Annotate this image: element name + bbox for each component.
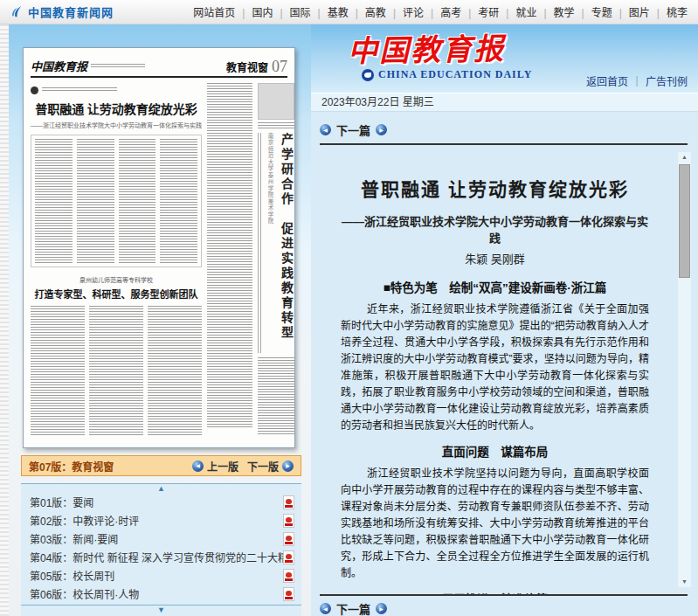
list-item-page02[interactable]: 第02版：中教评论·时评 bbox=[21, 511, 301, 529]
nav-item-kaoyan[interactable]: 考研 bbox=[461, 4, 499, 19]
page-nav-controls: 上一版 下一版 bbox=[192, 459, 294, 474]
next-page-icon[interactable] bbox=[282, 460, 294, 472]
article-subtitle: ——浙江经贸职业技术学院大中小学劳动教育一体化探索与实践 bbox=[341, 212, 649, 246]
nav-item-gaokao[interactable]: 高考 bbox=[424, 4, 461, 19]
list-item-page05[interactable]: 第05版：校长周刊 bbox=[21, 566, 301, 585]
paper-article2-title: 打造专家型、科研型、服务型创新团队 bbox=[31, 287, 202, 301]
date-bar: 2023年03月22日 星期三 bbox=[311, 93, 698, 112]
prev-page-label: 上一版 bbox=[207, 459, 238, 474]
paper-header: 中国教育报 CHINA EDUCATION DAILY 返回首页 广告刊例 bbox=[311, 24, 698, 93]
current-page-bar: 第07版：教育视窗 上一版 下一版 bbox=[21, 455, 301, 476]
article1-text-columns bbox=[31, 135, 202, 267]
text-column bbox=[207, 83, 252, 429]
page-link-label[interactable]: 第05版：校长周刊 bbox=[30, 568, 114, 583]
scrollbar-down-icon[interactable] bbox=[678, 577, 691, 587]
back-home-link[interactable]: 返回首页 bbox=[586, 73, 628, 88]
ad-rates-link[interactable]: 广告刊例 bbox=[628, 73, 688, 88]
page-link-label[interactable]: 第01版：要闻 bbox=[30, 495, 93, 509]
scrollbar-thumb[interactable] bbox=[679, 164, 690, 278]
next-article-link[interactable]: 下一篇 bbox=[336, 600, 370, 616]
paper-right-strip: 南京师范大学泰州学院美术学院 产学研合作 促进实践教育转型 bbox=[258, 83, 294, 429]
newspaper-page-preview[interactable]: 中国教育报 教育视窗 07 普职融通 让劳动教育绽放光彩 ——浙江经贸职业技术学… bbox=[23, 47, 295, 448]
nav-item-higher-edu[interactable]: 高教 bbox=[349, 4, 386, 19]
scrollbar-up-icon[interactable] bbox=[678, 152, 691, 163]
photo-caption-fake bbox=[258, 122, 294, 129]
paper-page-number: 07 bbox=[272, 59, 287, 74]
page-list-scroll-up-icon[interactable] bbox=[21, 484, 301, 493]
nav-item-taoli[interactable]: 桃李 bbox=[650, 4, 688, 19]
prev-article-icon[interactable] bbox=[320, 603, 331, 614]
paper-body: 普职融通 让劳动教育绽放光彩 ——浙江经贸职业技术学院大中小学劳动教育一体化探索… bbox=[31, 83, 287, 429]
paper-main-zone: 普职融通 让劳动教育绽放光彩 ——浙江经贸职业技术学院大中小学劳动教育一体化探索… bbox=[31, 83, 202, 429]
text-column bbox=[119, 139, 156, 263]
paper-section-label: 教育视窗 bbox=[226, 59, 268, 74]
nav-item-international[interactable]: 国际 bbox=[273, 4, 310, 19]
site-logo[interactable]: 中国教育新闻网 bbox=[10, 3, 114, 20]
divider-line bbox=[320, 594, 688, 596]
logo-english-text: CHINA EDUCATION DAILY bbox=[378, 68, 532, 81]
prev-page-button[interactable]: 上一版 bbox=[192, 459, 238, 474]
article-authors: 朱颖 吴刚群 bbox=[341, 250, 649, 266]
nav-item-pictures[interactable]: 图片 bbox=[612, 4, 650, 19]
pdf-icon[interactable] bbox=[283, 550, 294, 564]
article3-vertical-block: 南京师范大学泰州学院美术学院 产学研合作 促进实践教育转型 bbox=[258, 133, 294, 353]
paper-article1-subtitle: ——浙江经贸职业技术学院大中小学劳动教育一体化探索与实践 bbox=[31, 121, 202, 129]
prev-article-icon[interactable] bbox=[320, 124, 331, 135]
pdf-icon[interactable] bbox=[283, 514, 294, 528]
next-article-icon[interactable] bbox=[376, 124, 387, 135]
paper-masthead: 中国教育报 教育视窗 07 bbox=[31, 55, 287, 78]
top-navbar: 中国教育新闻网 网站首页 国内 国际 基教 高教 评论 高考 考研 就业 教学 … bbox=[0, 0, 698, 24]
kicker-fake-text bbox=[42, 87, 117, 93]
text-column bbox=[148, 306, 202, 437]
list-item-page06[interactable]: 第06版：校长周刊·人物 bbox=[21, 585, 301, 603]
text-column bbox=[160, 139, 197, 263]
kicker-logo-icon bbox=[31, 87, 38, 94]
pdf-icon[interactable] bbox=[283, 569, 294, 583]
paper-article3-vertical-title: 产学研合作 促进实践教育转型 bbox=[277, 133, 294, 353]
article-scrollbar[interactable] bbox=[678, 152, 691, 587]
prev-page-icon[interactable] bbox=[192, 460, 204, 472]
nav-item-comment[interactable]: 评论 bbox=[386, 4, 424, 19]
page-link-label[interactable]: 第04版：新时代 新征程 深入学习宣传贯彻党的二十大精神专刊 bbox=[30, 550, 283, 564]
pdf-icon[interactable] bbox=[283, 587, 294, 601]
next-article-icon[interactable] bbox=[376, 603, 387, 614]
text-column bbox=[77, 139, 114, 263]
nav-item-teaching[interactable]: 教学 bbox=[536, 4, 574, 19]
divider-line bbox=[320, 143, 688, 145]
article1-kicker-graphic bbox=[31, 85, 202, 95]
next-page-button[interactable]: 下一版 bbox=[247, 459, 294, 474]
article-series-label: ■特色为笔 绘制“双高”建设新画卷·浙江篇 bbox=[341, 278, 649, 295]
page-list-scroll-down-icon[interactable] bbox=[21, 606, 301, 614]
site-logo-icon bbox=[10, 5, 24, 18]
paper-middle-column bbox=[207, 83, 252, 429]
page-link-label[interactable]: 第03版：新闻·要闻 bbox=[30, 531, 118, 546]
next-page-label: 下一版 bbox=[247, 459, 279, 474]
page: 中国教育新闻网 网站首页 国内 国际 基教 高教 评论 高考 考研 就业 教学 … bbox=[0, 0, 698, 616]
nav-item-domestic[interactable]: 国内 bbox=[235, 4, 273, 19]
nav-item-jobs[interactable]: 就业 bbox=[499, 4, 536, 19]
list-item-page03[interactable]: 第03版：新闻·要闻 bbox=[21, 529, 301, 548]
pdf-icon[interactable] bbox=[283, 532, 294, 546]
article-section-heading: 直面问题 谋篇布局 bbox=[341, 442, 649, 460]
next-article-link[interactable]: 下一篇 bbox=[336, 121, 370, 138]
china-education-daily-logo[interactable]: 中国教育报 bbox=[348, 24, 506, 70]
paper-article3-kicker: 南京师范大学泰州学院美术学院 bbox=[266, 133, 274, 353]
site-logo-text: 中国教育新闻网 bbox=[28, 3, 114, 20]
top-nav-menu: 网站首页 国内 国际 基教 高教 评论 高考 考研 就业 教学 专题 图片 桃李 bbox=[193, 4, 688, 19]
article-paragraph: 近年来，浙江经贸职业技术学院遵循浙江省《关于全面加强新时代大中小学劳动教育的实施… bbox=[341, 301, 649, 434]
pdf-icon[interactable] bbox=[283, 495, 294, 509]
nav-item-home[interactable]: 网站首页 bbox=[193, 4, 235, 19]
nav-item-basic-edu[interactable]: 基教 bbox=[311, 4, 349, 19]
list-item-page04[interactable]: 第04版：新时代 新征程 深入学习宣传贯彻党的二十大精神专刊 bbox=[21, 548, 301, 566]
page-link-label[interactable]: 第06版：校长周刊·人物 bbox=[30, 586, 139, 601]
page-link-label[interactable]: 第02版：中教评论·时评 bbox=[30, 513, 139, 528]
nav-item-special[interactable]: 专题 bbox=[575, 4, 612, 19]
article-nav-bottom: 下一篇 bbox=[320, 600, 387, 616]
article-scroll-area: 普职融通 让劳动教育绽放光彩 ——浙江经贸职业技术学院大中小学劳动教育一体化探索… bbox=[311, 147, 698, 594]
paper-masthead-info bbox=[91, 64, 145, 69]
article2-text-columns bbox=[31, 306, 202, 437]
list-item-page01[interactable]: 第01版：要闻 bbox=[21, 493, 301, 511]
paper-photo-placeholder bbox=[258, 83, 294, 120]
current-page-label: 第07版：教育视窗 bbox=[29, 459, 114, 474]
article-title: 普职融通 让劳动教育绽放光彩 bbox=[341, 175, 649, 201]
